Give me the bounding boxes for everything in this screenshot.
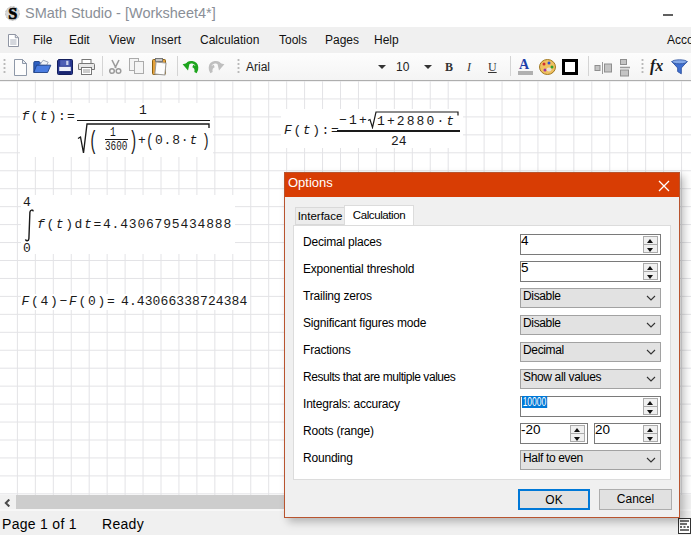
svg-text:S: S xyxy=(8,6,17,21)
